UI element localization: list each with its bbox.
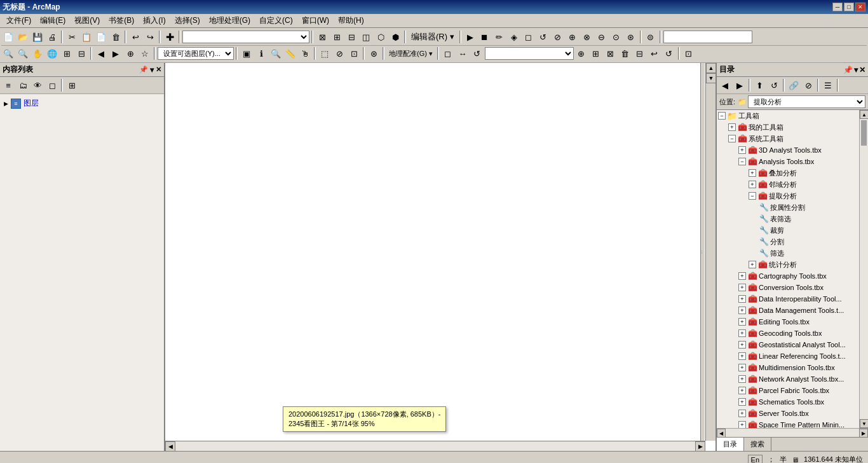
- geo-fit[interactable]: ⊟: [633, 46, 647, 60]
- panel-undock-button[interactable]: ▾: [150, 66, 154, 74]
- edit-align[interactable]: ⊜: [644, 30, 658, 44]
- measure-btn[interactable]: 📏: [283, 46, 297, 60]
- geo-delete[interactable]: 🗑: [618, 46, 632, 60]
- expand-conversion[interactable]: +: [738, 284, 746, 291]
- zoom-in-button[interactable]: 🔍: [1, 46, 15, 60]
- zoom-selection[interactable]: ⬚: [318, 46, 332, 60]
- catalog-undock-btn[interactable]: ▾: [854, 66, 858, 74]
- edit-extend[interactable]: ⊙: [609, 30, 623, 44]
- expand-sys-toolbox[interactable]: −: [728, 135, 736, 142]
- catalog-disconnect-btn[interactable]: ⊘: [801, 78, 815, 92]
- save-button[interactable]: 💾: [31, 30, 44, 44]
- pan-button[interactable]: ✋: [31, 46, 44, 60]
- tree-multidim[interactable]: + 🧰 Multidimension Tools.tbx: [737, 362, 859, 373]
- tree-linear-ref[interactable]: + 🧰 Linear Referencing Tools.t...: [737, 350, 859, 362]
- edit-clip[interactable]: ⊖: [595, 30, 609, 44]
- clear-selection[interactable]: ⊘: [332, 46, 346, 60]
- swipe-button[interactable]: ◫: [359, 30, 373, 44]
- panel-close-button[interactable]: ✕: [156, 66, 161, 74]
- new-button[interactable]: 📄: [1, 30, 15, 44]
- catalog-scroll-down[interactable]: ▼: [860, 419, 868, 428]
- expand-proximity[interactable]: +: [749, 181, 756, 188]
- edit-start[interactable]: ▶: [463, 30, 477, 44]
- tab-catalog[interactable]: 目录: [717, 438, 744, 451]
- tree-schematics[interactable]: + 🧰 Schematics Tools.tbx: [737, 396, 859, 408]
- pin-button[interactable]: 📌: [139, 66, 148, 74]
- expand-all[interactable]: ⊞: [65, 78, 79, 92]
- redo-button[interactable]: ↪: [143, 30, 157, 44]
- tree-proximity[interactable]: + 🧰 邻域分析: [747, 179, 859, 190]
- edit-trim[interactable]: ⊛: [624, 30, 638, 44]
- geo-view-link[interactable]: ⊞: [589, 46, 603, 60]
- expand-network[interactable]: +: [738, 375, 746, 383]
- expand-my-toolbox[interactable]: +: [728, 123, 736, 131]
- paste-button[interactable]: 📄: [94, 30, 108, 44]
- tree-geostat[interactable]: + 🧰 Geostatistical Analyst Tool...: [737, 339, 859, 350]
- geo-reset[interactable]: ↺: [662, 46, 676, 60]
- fixed-zoom-out[interactable]: ⊟: [74, 46, 88, 60]
- list-by-visibility[interactable]: 👁: [31, 78, 44, 92]
- geo-auto-adjust[interactable]: ⊠: [604, 46, 618, 60]
- map-vscrollbar[interactable]: ▲ ▼: [705, 63, 715, 441]
- edit-stop[interactable]: ⏹: [478, 30, 492, 44]
- find-btn[interactable]: 🔍: [269, 46, 283, 60]
- go-to-xy[interactable]: ⊕: [123, 46, 137, 60]
- expand-cartography[interactable]: +: [738, 272, 746, 280]
- go-to-btn[interactable]: ⊛: [367, 46, 381, 60]
- tree-cartography[interactable]: + 🧰 Cartography Tools.tbx: [737, 270, 859, 282]
- map-area[interactable]: ... ▲ ▼ ◀ ▶ 20200606192517.jpg（1366×728像…: [165, 63, 715, 451]
- bookmarks-btn[interactable]: ☆: [138, 46, 152, 60]
- tree-statistics[interactable]: + 🧰 统计分析: [747, 259, 859, 270]
- expand-schematics[interactable]: +: [738, 398, 746, 406]
- tree-toolbox[interactable]: − 📁 工具箱: [717, 110, 859, 121]
- edit-split[interactable]: ⊘: [551, 30, 565, 44]
- scale-dropdown[interactable]: [182, 31, 309, 43]
- scroll-up-btn[interactable]: ▲: [706, 63, 715, 73]
- undo-button[interactable]: ↩: [128, 30, 142, 44]
- geo-update[interactable]: ↩: [648, 46, 661, 60]
- expand-3d[interactable]: +: [738, 146, 746, 154]
- select-features[interactable]: ▣: [240, 46, 254, 60]
- list-by-drawing-order[interactable]: ≡: [1, 78, 15, 92]
- catalog-scroll-left[interactable]: ◀: [717, 429, 726, 438]
- tree-sys-toolbox[interactable]: − 🧰 系统工具箱: [727, 133, 859, 144]
- tree-clip[interactable]: 🔧 裁剪: [757, 225, 859, 236]
- expand-linear[interactable]: +: [738, 352, 746, 360]
- html-popup[interactable]: 🖱: [298, 46, 312, 60]
- geo-rotate-scale[interactable]: ↺: [470, 46, 484, 60]
- catalog-view-btn[interactable]: ☰: [821, 78, 835, 92]
- edit-reshape[interactable]: ◻: [522, 30, 536, 44]
- interactive-select[interactable]: ⊡: [347, 46, 361, 60]
- menu-bookmarks[interactable]: 书签(B): [105, 14, 138, 27]
- expand-space-time[interactable]: +: [738, 421, 746, 428]
- tree-analysis-tools[interactable]: − 🧰 Analysis Tools.tbx: [737, 156, 859, 167]
- 3d-button[interactable]: ⬢: [388, 30, 402, 44]
- menu-view[interactable]: 视图(V): [71, 14, 104, 27]
- expand-multidim[interactable]: +: [738, 364, 746, 371]
- menu-file[interactable]: 文件(F): [3, 14, 35, 27]
- tree-geocoding[interactable]: + 🧰 Geocoding Tools.tbx: [737, 328, 859, 339]
- menu-insert[interactable]: 插入(I): [139, 14, 169, 27]
- menu-window[interactable]: 窗口(W): [298, 14, 333, 27]
- catalog-scroll-right[interactable]: ▶: [859, 429, 868, 438]
- expand-editing[interactable]: +: [738, 318, 746, 326]
- menu-help[interactable]: 帮助(H): [334, 14, 368, 27]
- map-splitter-v[interactable]: ...: [700, 63, 705, 441]
- tree-extract[interactable]: − 🧰 提取分析: [747, 190, 859, 202]
- search-input[interactable]: [663, 31, 752, 43]
- expand-overlay[interactable]: +: [749, 169, 756, 177]
- expand-toolbox[interactable]: −: [718, 112, 726, 120]
- tree-parcel[interactable]: + 🧰 Parcel Fabric Tools.tbx: [737, 385, 859, 396]
- map-extent-button[interactable]: ⊠: [315, 30, 329, 44]
- map-hscrollbar[interactable]: ◀ ▶: [165, 441, 705, 451]
- layer-symbol-button[interactable]: ⊟: [344, 30, 358, 44]
- tab-search[interactable]: 搜索: [744, 438, 771, 451]
- edit-merge[interactable]: ⊕: [566, 30, 580, 44]
- add-data-button[interactable]: ✚: [163, 30, 177, 44]
- cut-button[interactable]: ✂: [65, 30, 79, 44]
- location-dropdown[interactable]: 提取分析: [748, 95, 865, 108]
- menu-select[interactable]: 选择(S): [171, 14, 204, 27]
- catalog-pin-btn[interactable]: 📌: [843, 66, 853, 74]
- catalog-vscrollbar[interactable]: ▲ ▼: [859, 110, 868, 428]
- tree-table-select[interactable]: 🔧 表筛选: [757, 213, 859, 225]
